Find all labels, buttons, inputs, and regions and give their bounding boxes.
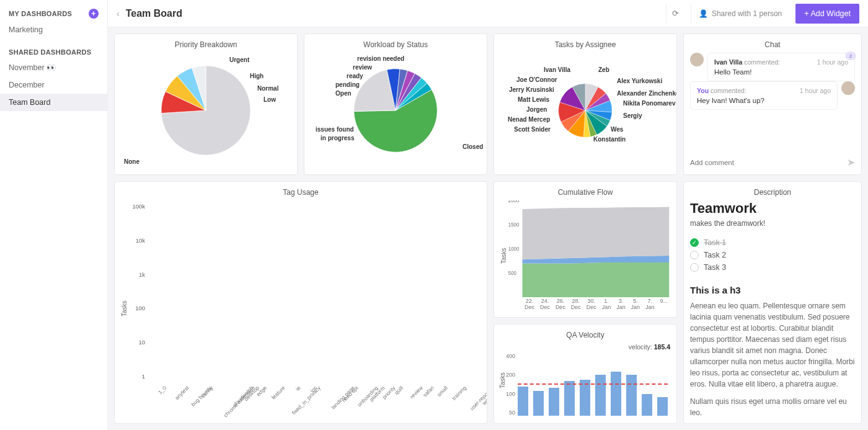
task-row[interactable]: Task 2 (690, 249, 855, 261)
card-title: Cumulative Flow (500, 188, 670, 197)
velocity-readout: velocity: 185.4 (500, 343, 670, 351)
avatar (690, 53, 704, 66)
assignee-pie-chart (557, 83, 613, 138)
flow-x-labels: 22.Dec24.Dec26.Dec28.Dec30.Dec1.Jan3.Jan… (507, 297, 670, 311)
chat-watchers-badge[interactable]: 2 (845, 52, 856, 60)
qa-bar (518, 387, 528, 416)
chat-input[interactable] (690, 159, 843, 166)
chat-input-row: ➤ (690, 151, 855, 168)
cumulative-flow-card: Cumulative Flow Tasks 200015001000500 22… (494, 181, 677, 318)
chat-message: Ivan Villa commented:1 hour agoHello Tea… (690, 53, 855, 81)
description-paragraph: Aenean eu leo quam. Pellentesque ornare … (690, 300, 855, 390)
tag-y-ticks: 100k10k1k100101 (128, 200, 148, 417)
task-name: Task 1 (704, 238, 726, 247)
checkbox-icon[interactable] (690, 251, 699, 259)
task-row[interactable]: Task 3 (690, 261, 855, 274)
qa-bar (642, 394, 652, 416)
qa-bar (626, 375, 637, 416)
tag-x-labels: 1_0anytestbug bountycannychrome extensio… (148, 380, 480, 417)
qa-bar (533, 391, 544, 416)
person-icon: 👤 (699, 9, 708, 18)
checkbox-icon[interactable] (690, 263, 699, 272)
qa-bar (564, 381, 575, 416)
sidebar-item[interactable]: Team Board (0, 94, 107, 111)
sidebar-item[interactable]: Marketing (0, 21, 107, 38)
card-title: Tasks by Assignee (500, 40, 670, 49)
shared-dashboards-header: SHARED DASHBOARDS (0, 48, 107, 58)
description-h3: This is a h3 (690, 285, 855, 295)
sidebar: MY DASHBOARDS + Marketing SHARED DASHBOA… (0, 0, 108, 430)
priority-pie-chart (159, 64, 252, 157)
tag-y-axis-label: Tasks (121, 200, 128, 417)
chat-card: Chat 2 Ivan Villa commented:1 hour agoHe… (683, 34, 862, 175)
description-heading: Teamwork (690, 200, 855, 217)
qa-bar (580, 380, 590, 416)
description-subheading: makes the dreamwork! (690, 219, 855, 228)
shared-with-button[interactable]: 👤 Shared with 1 person (691, 4, 789, 23)
checkbox-icon[interactable]: ✓ (690, 238, 699, 247)
assignee-card: Tasks by Assignee Ivan VillaJoe O'Connor… (494, 34, 677, 175)
flow-y-axis-label: Tasks (500, 200, 507, 311)
shared-label: Shared with 1 person (712, 9, 782, 18)
back-chevron-icon[interactable]: ‹ (117, 9, 120, 19)
tag-bars-area: 1_0anytestbug bountycannychrome extensio… (148, 200, 480, 417)
add-dashboard-button[interactable]: + (89, 9, 99, 19)
description-card: Description Teamwork makes the dreamwork… (683, 181, 862, 424)
qa-bar (611, 372, 621, 416)
qa-bar (549, 388, 559, 416)
qa-bar (657, 397, 668, 416)
card-title: Workload by Status (311, 40, 480, 49)
task-name: Task 3 (704, 263, 726, 272)
description-paragraph: Nullam quis risus eget urna mollis ornar… (690, 396, 855, 417)
svg-text:2000: 2000 (508, 200, 520, 204)
refresh-icon[interactable]: ⟳ (666, 4, 684, 23)
qa-target-line (518, 383, 668, 385)
workload-status-card: Workload by Status revision neededreview… (304, 34, 487, 175)
card-title: Priority Breakdown (121, 40, 291, 49)
avatar (841, 81, 855, 95)
page-title: Team Board (126, 8, 660, 19)
qa-velocity-card: QA Velocity velocity: 185.4 Tasks 400200… (494, 324, 677, 424)
task-name: Task 2 (704, 251, 726, 259)
add-widget-button[interactable]: + Add Widget (795, 4, 859, 24)
task-row[interactable]: ✓Task 1 (690, 236, 855, 249)
svg-text:500: 500 (508, 270, 516, 277)
svg-text:1500: 1500 (508, 222, 520, 228)
tag-usage-card: Tag Usage Tasks 100k10k1k100101 1_0anyte… (114, 181, 487, 424)
sidebar-item[interactable]: December (0, 76, 107, 94)
my-dashboards-header: MY DASHBOARDS + (0, 9, 107, 21)
card-title: Tag Usage (121, 188, 480, 197)
qa-bar (595, 375, 606, 416)
send-icon[interactable]: ➤ (847, 156, 855, 168)
my-dashboards-label: MY DASHBOARDS (9, 10, 72, 17)
shared-dashboards-label: SHARED DASHBOARDS (9, 48, 91, 56)
workload-pie-chart (352, 67, 439, 154)
priority-breakdown-card: Priority Breakdown NoneUrgentHighNormalL… (114, 34, 298, 175)
qa-y-ticks: 40020010050 (500, 353, 515, 416)
card-title: Chat (690, 40, 855, 49)
chat-message: You commented:1 hour agoHey Ivan! What's… (690, 81, 855, 110)
flow-area-chart: 200015001000500 (507, 200, 670, 297)
sidebar-item[interactable]: November 👀 (0, 58, 107, 76)
topbar: ‹ Team Board ⟳ 👤 Shared with 1 person + … (108, 0, 868, 27)
card-title: QA Velocity (500, 331, 670, 339)
svg-text:1000: 1000 (508, 246, 520, 253)
card-title: Description (690, 188, 855, 197)
